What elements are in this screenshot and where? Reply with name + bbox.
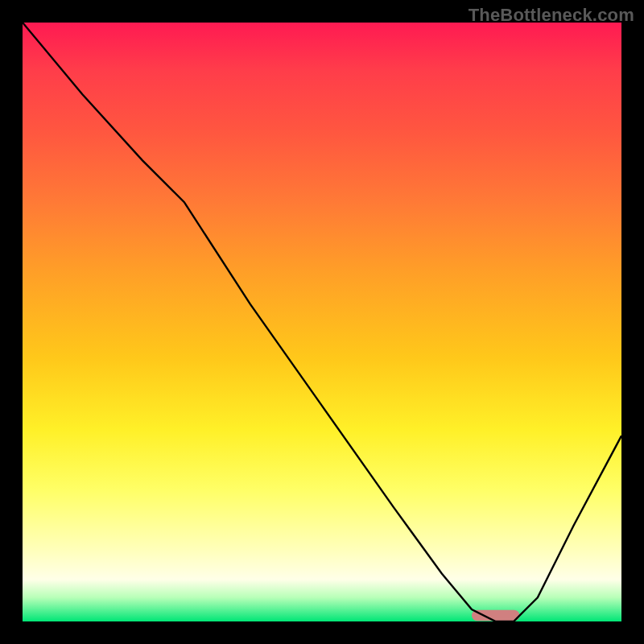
optimal-range-marker xyxy=(472,610,520,621)
bottleneck-curve-path xyxy=(23,23,621,621)
chart-svg xyxy=(23,23,621,621)
plot-area xyxy=(23,23,621,621)
chart-frame: TheBottleneck.com xyxy=(0,0,644,644)
